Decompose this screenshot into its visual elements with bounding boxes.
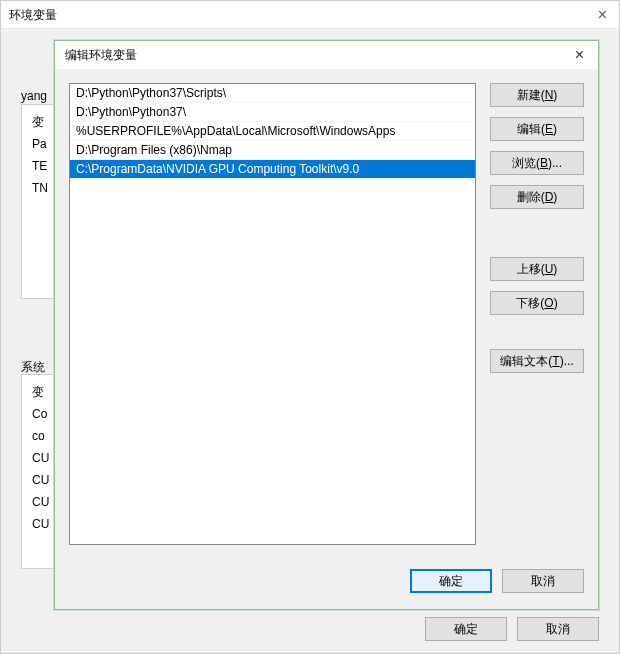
inner-titlebar: 编辑环境变量 × bbox=[55, 41, 598, 69]
outer-titlebar: 环境变量 × bbox=[1, 1, 619, 29]
system-vars-text: 变 Co co CU CU CU CU bbox=[32, 381, 49, 535]
edit-button[interactable]: 编辑(E) bbox=[490, 117, 584, 141]
inner-footer: 确定 取消 bbox=[55, 559, 598, 609]
user-vars-text: 变 Pa TE TN bbox=[32, 111, 48, 199]
outer-ok-button[interactable]: 确定 bbox=[425, 617, 507, 641]
user-vars-label: yang bbox=[21, 89, 47, 103]
inner-cancel-button[interactable]: 取消 bbox=[502, 569, 584, 593]
path-row[interactable]: %USERPROFILE%\AppData\Local\Microsoft\Wi… bbox=[70, 122, 475, 141]
edit-text-button[interactable]: 编辑文本(T)... bbox=[490, 349, 584, 373]
outer-close-button[interactable]: × bbox=[594, 1, 611, 29]
spacer bbox=[490, 219, 584, 257]
browse-button[interactable]: 浏览(B)... bbox=[490, 151, 584, 175]
inner-title: 编辑环境变量 bbox=[65, 41, 137, 69]
edit-env-var-dialog: 编辑环境变量 × D:\Python\Python37\Scripts\D:\P… bbox=[54, 40, 599, 610]
path-row[interactable]: D:\Python\Python37\Scripts\ bbox=[70, 84, 475, 103]
inner-ok-button[interactable]: 确定 bbox=[410, 569, 492, 593]
spacer bbox=[490, 325, 584, 349]
move-up-button[interactable]: 上移(U) bbox=[490, 257, 584, 281]
path-row[interactable]: D:\Python\Python37\ bbox=[70, 103, 475, 122]
path-row[interactable]: C:\ProgramData\NVIDIA GPU Computing Tool… bbox=[70, 160, 475, 179]
new-button[interactable]: 新建(N) bbox=[490, 83, 584, 107]
button-column: 新建(N) 编辑(E) 浏览(B)... 删除(D) 上移(U) 下移(O) 编… bbox=[490, 83, 584, 545]
delete-button[interactable]: 删除(D) bbox=[490, 185, 584, 209]
outer-title: 环境变量 bbox=[9, 1, 57, 29]
path-row[interactable]: D:\Program Files (x86)\Nmap bbox=[70, 141, 475, 160]
outer-footer: 确定 取消 bbox=[425, 617, 599, 641]
outer-cancel-button[interactable]: 取消 bbox=[517, 617, 599, 641]
path-list[interactable]: D:\Python\Python37\Scripts\D:\Python\Pyt… bbox=[69, 83, 476, 545]
inner-body: D:\Python\Python37\Scripts\D:\Python\Pyt… bbox=[55, 69, 598, 559]
inner-close-button[interactable]: × bbox=[571, 41, 588, 69]
move-down-button[interactable]: 下移(O) bbox=[490, 291, 584, 315]
